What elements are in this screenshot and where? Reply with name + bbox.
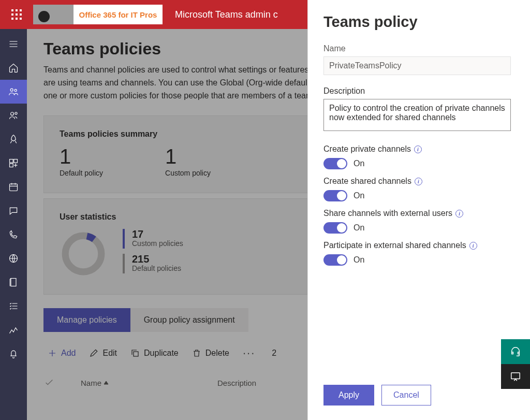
toggle-private-channels: Create private channelsi On bbox=[323, 144, 514, 169]
svg-point-3 bbox=[15, 112, 17, 114]
left-nav bbox=[0, 29, 27, 420]
nav-note[interactable] bbox=[0, 270, 27, 294]
description-field-group: Description bbox=[323, 86, 514, 133]
toggle-share-external: Share channels with external usersi On bbox=[323, 209, 514, 234]
teams-icon bbox=[8, 86, 19, 97]
apps-icon bbox=[8, 158, 19, 168]
info-icon[interactable]: i bbox=[414, 146, 422, 153]
name-label: Name bbox=[323, 44, 514, 53]
svg-rect-5 bbox=[14, 160, 18, 163]
nav-calendar[interactable] bbox=[0, 175, 27, 199]
calendar-icon bbox=[8, 182, 19, 192]
nav-bell[interactable] bbox=[0, 342, 27, 366]
toggle-state: On bbox=[354, 159, 364, 168]
nav-phone[interactable] bbox=[0, 223, 27, 247]
home-icon bbox=[8, 63, 19, 73]
name-field-group: Name bbox=[323, 44, 514, 75]
toggle-label: Share channels with external users bbox=[323, 209, 452, 218]
toggle-label: Create private channels bbox=[323, 144, 411, 154]
nav-users[interactable] bbox=[0, 104, 27, 127]
svg-point-1 bbox=[14, 89, 17, 91]
toggle-state: On bbox=[354, 255, 364, 265]
svg-rect-4 bbox=[10, 160, 13, 163]
note-icon bbox=[8, 277, 19, 287]
toggle-label: Participate in external shared channels bbox=[323, 241, 466, 250]
svg-rect-7 bbox=[10, 184, 18, 191]
apply-button[interactable]: Apply bbox=[323, 385, 374, 405]
toggle-state: On bbox=[354, 191, 364, 200]
toggle-participate-external: Participate in external shared channelsi… bbox=[323, 241, 514, 266]
nav-home[interactable] bbox=[0, 56, 27, 80]
toggle-switch[interactable] bbox=[323, 254, 347, 266]
toggle-shared-channels: Create shared channelsi On bbox=[323, 177, 514, 201]
svg-point-2 bbox=[11, 112, 14, 115]
toggle-switch[interactable] bbox=[323, 222, 347, 234]
hamburger-icon bbox=[8, 39, 19, 49]
description-label: Description bbox=[323, 86, 514, 96]
info-icon[interactable]: i bbox=[415, 178, 422, 185]
toggle-switch[interactable] bbox=[323, 158, 347, 169]
nav-apps[interactable] bbox=[0, 151, 27, 175]
feedback-button[interactable] bbox=[501, 364, 530, 389]
svg-point-0 bbox=[10, 89, 13, 91]
nav-globe[interactable] bbox=[0, 247, 27, 270]
list-icon bbox=[8, 301, 19, 311]
users-icon bbox=[8, 110, 19, 121]
svg-rect-9 bbox=[11, 279, 16, 286]
description-textarea[interactable] bbox=[323, 99, 511, 131]
help-widgets bbox=[501, 339, 530, 389]
banner-logo: Office 365 for IT Pros bbox=[33, 5, 163, 24]
panel-title: Teams policy bbox=[323, 13, 514, 31]
toggle-label: Create shared channels bbox=[323, 177, 411, 186]
toggle-state: On bbox=[354, 223, 364, 233]
analytics-icon bbox=[8, 325, 19, 335]
globe-icon bbox=[8, 253, 19, 264]
nav-list[interactable] bbox=[0, 294, 27, 318]
header-title: Microsoft Teams admin c bbox=[175, 9, 278, 20]
app-launcher-icon[interactable] bbox=[6, 4, 27, 25]
feedback-icon bbox=[510, 371, 521, 382]
info-icon[interactable]: i bbox=[455, 210, 463, 218]
info-icon[interactable]: i bbox=[469, 242, 477, 250]
chat-icon bbox=[8, 206, 19, 216]
phone-icon bbox=[8, 229, 19, 240]
svg-rect-6 bbox=[10, 164, 13, 167]
bell-icon bbox=[8, 349, 19, 359]
nav-hamburger[interactable] bbox=[0, 32, 27, 56]
headset-icon bbox=[510, 346, 521, 357]
teams-policy-panel: Teams policy Name Description Create pri… bbox=[307, 0, 530, 420]
nav-rocket[interactable] bbox=[0, 127, 27, 151]
nav-teams[interactable] bbox=[0, 80, 27, 104]
support-button[interactable] bbox=[501, 339, 530, 364]
panel-footer: Apply Cancel bbox=[323, 385, 431, 405]
nav-chat[interactable] bbox=[0, 199, 27, 223]
toggle-switch[interactable] bbox=[323, 190, 347, 201]
banner-logo-text: Office 365 for IT Pros bbox=[73, 5, 163, 24]
cancel-button[interactable]: Cancel bbox=[381, 385, 431, 405]
nav-analytics[interactable] bbox=[0, 318, 27, 342]
name-input[interactable] bbox=[323, 56, 511, 75]
rocket-icon bbox=[8, 134, 19, 144]
